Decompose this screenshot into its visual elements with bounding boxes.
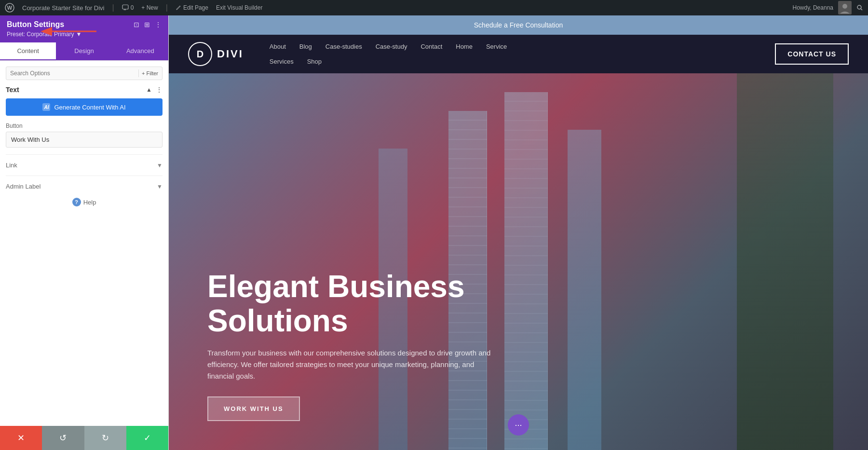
panel-header-icons: ⊡ ⊞ ⋮ [134, 21, 162, 28]
link-chevron-icon: ▼ [157, 162, 163, 169]
website-preview: Schedule a Free Consultation D DIVI Abou… [169, 15, 868, 450]
site-logo[interactable]: D DIVI [188, 42, 244, 66]
site-nav: About Blog Case-studies Case-study Conta… [263, 39, 775, 69]
section-menu-icon[interactable]: ⋮ [156, 86, 163, 94]
nav-home[interactable]: Home [449, 39, 479, 54]
link-section: Link ▼ [6, 154, 163, 169]
save-button[interactable]: ✓ [126, 426, 168, 450]
user-avatar-icon [838, 1, 852, 14]
ai-icon: AI [42, 103, 50, 111]
help-section[interactable]: ? Help [6, 190, 163, 214]
nav-contact[interactable]: Contact [414, 39, 449, 54]
bottom-bar: ✕ ↺ ↻ ✓ [0, 426, 168, 450]
tab-design[interactable]: Design [56, 42, 112, 60]
announcement-banner: Schedule a Free Consultation [169, 15, 868, 35]
maximize-icon[interactable]: ⊡ [134, 21, 139, 28]
link-section-header[interactable]: Link ▼ [6, 162, 163, 169]
generate-ai-button[interactable]: AI Generate Content With AI [6, 98, 163, 116]
svg-rect-2 [122, 5, 128, 9]
button-field-group: Button [6, 123, 163, 148]
help-label: Help [83, 199, 96, 206]
contact-us-button[interactable]: CONTACT US [775, 43, 849, 65]
link-section-title: Link [6, 162, 17, 169]
hero-content: Elegant Business Solutions Transform you… [207, 270, 545, 421]
site-name[interactable]: Corporate Starter Site for Divi [22, 4, 105, 12]
tab-content[interactable]: Content [0, 42, 56, 60]
more-options-icon[interactable]: ⋮ [155, 21, 162, 28]
cancel-button[interactable]: ✕ [0, 426, 42, 450]
admin-label-section: Admin Label ▼ [6, 176, 163, 190]
hero-cta-button[interactable]: WORK WITH US [207, 396, 300, 421]
svg-point-4 [842, 4, 847, 9]
search-icon[interactable] [856, 4, 863, 11]
nav-blog[interactable]: Blog [293, 39, 319, 54]
edit-page-btn[interactable]: Edit Page [176, 4, 208, 11]
comment-count: 0 [131, 4, 134, 11]
logo-circle-icon: D [188, 42, 212, 66]
undo-button[interactable]: ↺ [42, 426, 84, 450]
red-arrow-indicator [39, 24, 101, 39]
search-options-input[interactable] [10, 70, 136, 77]
collapse-icon[interactable]: ▲ [146, 86, 152, 93]
wp-admin-bar: W Corporate Starter Site for Divi | 0 + … [0, 0, 868, 15]
settings-panel: Button Settings ⊡ ⊞ ⋮ Preset: Corporate … [0, 15, 169, 450]
admin-label-title: Admin Label [6, 183, 41, 190]
nav-shop[interactable]: Shop [300, 54, 328, 69]
hero-section: Elegant Business Solutions Transform you… [169, 73, 868, 450]
button-field-label: Button [6, 123, 163, 129]
nav-case-study[interactable]: Case-study [369, 39, 414, 54]
redo-button[interactable]: ↻ [84, 426, 126, 450]
search-bar: + Filter [6, 67, 163, 80]
help-icon: ? [72, 198, 81, 206]
floating-action-button[interactable]: ··· [508, 414, 529, 436]
section-controls: ▲ ⋮ [146, 86, 163, 94]
new-post-btn[interactable]: + New [141, 4, 158, 11]
comment-btn[interactable]: 0 [122, 4, 134, 11]
panel-body: + Filter Text ▲ ⋮ AI Generate Content Wi… [0, 61, 168, 426]
text-section-title: Text [6, 86, 19, 94]
nav-case-studies[interactable]: Case-studies [319, 39, 369, 54]
nav-services[interactable]: Services [263, 54, 300, 69]
svg-text:W: W [7, 5, 13, 11]
panel-header: Button Settings ⊡ ⊞ ⋮ Preset: Corporate … [0, 15, 168, 42]
filter-button[interactable]: + Filter [142, 70, 158, 76]
svg-point-5 [857, 5, 861, 9]
howdy-text: Howdy, Deanna [793, 4, 834, 11]
site-header: D DIVI About Blog Case-studies Case-stud… [169, 35, 868, 73]
hero-title: Elegant Business Solutions [207, 270, 545, 338]
logo-text: DIVI [217, 48, 244, 60]
admin-label-header[interactable]: Admin Label ▼ [6, 183, 163, 190]
panel-tabs: Content Design Advanced [0, 42, 168, 61]
exit-visual-builder-btn[interactable]: Exit Visual Builder [216, 4, 263, 11]
hero-subtitle: Transform your business with our compreh… [207, 347, 497, 382]
wp-logo-icon[interactable]: W [5, 3, 14, 13]
tab-advanced[interactable]: Advanced [112, 42, 168, 60]
nav-service[interactable]: Service [479, 39, 514, 54]
grid-icon[interactable]: ⊞ [144, 21, 150, 28]
button-text-input[interactable] [6, 132, 163, 148]
nav-about[interactable]: About [263, 39, 293, 54]
admin-label-chevron-icon: ▼ [157, 183, 163, 190]
text-section-header: Text ▲ ⋮ [6, 86, 163, 94]
